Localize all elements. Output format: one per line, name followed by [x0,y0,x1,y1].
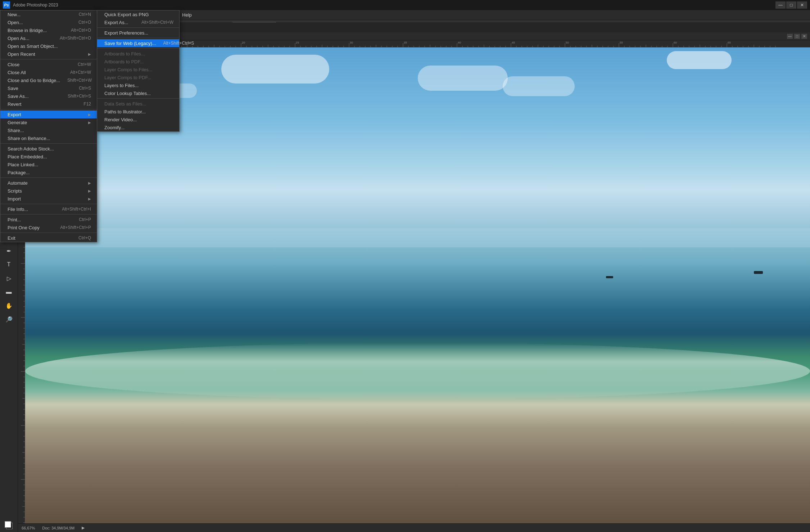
doc-win-max[interactable]: □ [794,34,800,39]
export-artboards-pdf-label: Artboards to PDF... [104,59,144,64]
sep-3 [0,143,97,144]
doc-win-min[interactable]: — [787,34,793,39]
sep-4 [0,177,97,178]
menu-print-label: Print... [8,217,21,222]
menu-exit[interactable]: Exit Ctrl+Q [0,234,97,242]
export-artboards-files: Artboards to Files... [97,50,179,58]
menu-save[interactable]: Save Ctrl+S [0,84,97,92]
export-save-web-label: Save for Web (Legacy)... [104,41,156,46]
menu-stock-label: Search Adobe Stock... [8,146,54,152]
menu-browse-bridge-label: Browse in Bridge... [8,28,47,33]
export-paths[interactable]: Paths to Illustrator... [97,108,179,116]
exp-sep-3 [97,48,179,49]
menu-open-smart[interactable]: Open as Smart Object... [0,42,97,50]
menu-revert-shortcut: F12 [83,102,91,107]
svg-text:25: 25 [296,41,299,44]
export-as[interactable]: Export As... Alt+Shift+Ctrl+W [97,18,179,26]
menu-file-info[interactable]: File Info... Alt+Shift+Ctrl+I [0,205,97,213]
menu-file-info-label: File Info... [8,207,28,212]
foreground-color[interactable] [3,519,15,532]
tool-type[interactable]: T [3,258,15,271]
sep-2 [0,109,97,109]
menu-open-recent[interactable]: Open Recent ▶ [0,50,97,58]
menu-generate[interactable]: Generate ▶ [0,118,97,126]
export-preferences[interactable]: Export Preferences... [97,29,179,37]
menu-close-label: Close [8,62,19,67]
doc-size: Doc: 34,9M/34,9M [42,526,74,530]
menu-print-one[interactable]: Print One Copy Alt+Shift+Ctrl+P [0,224,97,231]
sep-1 [0,59,97,59]
menu-open-label: Open... [8,20,23,25]
import-arrow: ▶ [88,197,91,201]
boat-1 [606,276,613,278]
tool-hand[interactable]: ✋ [3,299,15,312]
menu-stock[interactable]: Search Adobe Stock... [0,145,97,153]
export-artboards-pdf: Artboards to PDF... [97,58,179,66]
menu-print[interactable]: Print... Ctrl+P [0,216,97,224]
menu-close[interactable]: Close Ctrl+W [0,60,97,68]
svg-text:55: 55 [620,41,623,44]
cloud-6 [503,76,575,96]
menu-print-one-shortcut: Alt+Shift+Ctrl+P [60,225,91,230]
doc-window-controls: — □ ✕ [787,34,807,39]
export-render-video[interactable]: Render Video... [97,116,179,123]
menu-print-shortcut: Ctrl+P [79,217,91,222]
maximize-button[interactable]: □ [786,1,796,9]
tool-zoom[interactable]: 🔎 [3,313,15,326]
tool-pen[interactable]: ✒ [3,244,15,257]
svg-text:60: 60 [674,41,677,44]
menu-share[interactable]: Share... [0,126,97,134]
menu-save-as[interactable]: Save As... Shift+Ctrl+S [0,92,97,100]
menu-package[interactable]: Package... [0,168,97,176]
export-zoomify[interactable]: Zoomify... [97,123,179,131]
menu-share-behance[interactable]: Share on Behance... [0,134,97,142]
cloud-4 [667,51,732,69]
export-save-web[interactable]: Save for Web (Legacy)... Alt+Shift+Ctrl+… [97,39,179,47]
menu-new[interactable]: New... Ctrl+N [0,10,97,18]
app-title: Adobe Photoshop 2023 [13,3,58,8]
sep-5 [0,204,97,204]
export-layers-files[interactable]: Layers to Files... [97,81,179,89]
close-button[interactable]: ✕ [797,1,807,9]
cloud-2 [221,55,329,84]
menu-revert[interactable]: Revert F12 [0,100,97,108]
arrow-icon[interactable]: ▶ [82,526,85,530]
menu-export[interactable]: Export ▶ [0,111,97,118]
export-data-sets: Data Sets as Files... [97,100,179,108]
minimize-button[interactable]: — [775,1,786,9]
menu-scripts[interactable]: Scripts ▶ [0,187,97,195]
export-arrow-icon: ▶ [88,113,91,117]
menu-open-recent-label: Open Recent [8,51,35,57]
file-menu-dropdown: New... Ctrl+N Open... Ctrl+O Browse in B… [0,10,97,242]
menu-open-as-label: Open As... [8,36,30,41]
export-save-web-shortcut: Alt+Shift+Ctrl+S [163,41,194,46]
menu-place-linked[interactable]: Place Linked... [0,161,97,168]
export-as-label: Export As... [104,20,128,25]
menu-close-bridge[interactable]: Close and Go to Bridge... Shift+Ctrl+W [0,76,97,84]
export-submenu: Quick Export as PNG Export As... Alt+Shi… [97,10,180,132]
menu-browse-bridge-shortcut: Alt+Ctrl+O [71,28,91,33]
menu-close-all[interactable]: Close All Alt+Ctrl+W [0,68,97,76]
svg-text:65: 65 [728,41,731,44]
tool-path-select[interactable]: ▷ [3,272,15,285]
menu-automate-label: Automate [8,180,28,186]
menu-open-as[interactable]: Open As... Alt+Shift+Ctrl+O [0,34,97,42]
sep-7 [0,233,97,233]
export-color-lookup[interactable]: Color Lookup Tables... [97,89,179,97]
svg-text:35: 35 [404,41,407,44]
generate-arrow-icon: ▶ [88,121,91,125]
menu-import[interactable]: Import ▶ [0,195,97,203]
doc-win-close[interactable]: ✕ [801,34,807,39]
menu-browse-bridge[interactable]: Browse in Bridge... Alt+Ctrl+O [0,26,97,34]
svg-text:50: 50 [566,41,569,44]
menu-place-embedded[interactable]: Place Embedded... [0,153,97,161]
export-preferences-label: Export Preferences... [104,30,148,36]
menu-automate[interactable]: Automate ▶ [0,179,97,187]
menu-item-help[interactable]: Help [178,10,195,20]
tool-shape[interactable]: ▬ [3,285,15,298]
menu-save-as-shortcut: Shift+Ctrl+S [68,94,91,99]
sep-6 [0,214,97,215]
export-quick-png[interactable]: Quick Export as PNG [97,10,179,18]
menu-open[interactable]: Open... Ctrl+O [0,18,97,26]
menu-export-label: Export [8,112,21,117]
